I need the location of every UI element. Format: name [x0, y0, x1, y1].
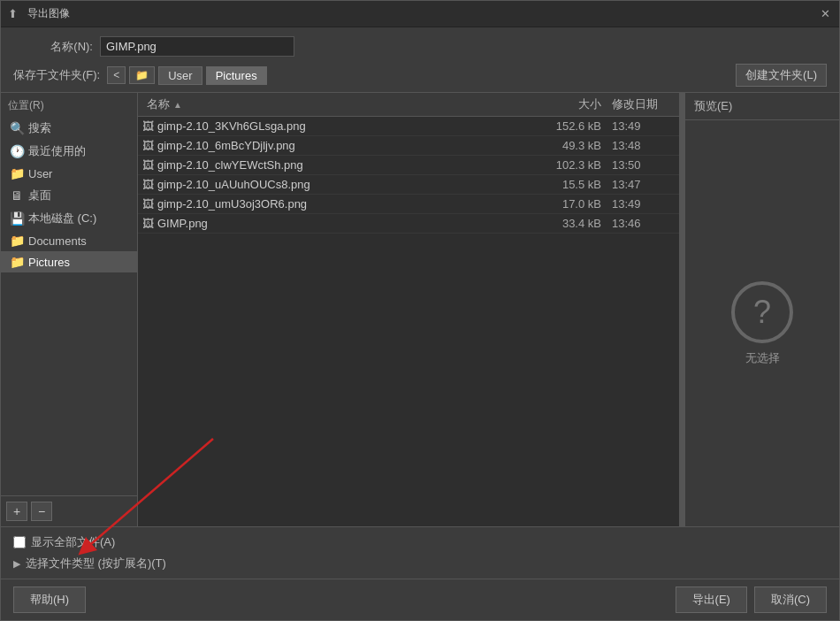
preview-content: ? 无选择 — [685, 120, 839, 526]
file-icon: 🖼 — [138, 178, 157, 191]
filename-row: 名称(N): — [13, 36, 827, 57]
breadcrumb-back-button[interactable]: < — [107, 66, 126, 84]
right-button-group: 导出(E) 取消(C) — [676, 586, 827, 613]
sidebar-header: 位置(R) — [1, 93, 137, 117]
close-button[interactable]: ✕ — [818, 7, 832, 21]
file-icon: 🖼 — [138, 197, 157, 211]
file-name: gimp-2.10_uAUuhOUCs8.png — [157, 178, 529, 191]
breadcrumb-folder-icon: 📁 — [129, 66, 155, 84]
top-section: 名称(N): 保存于文件夹(F): < 📁 User Pictures 创建文件… — [1, 27, 839, 92]
recent-icon: 🕐 — [10, 144, 24, 158]
sidebar-actions: + − — [1, 495, 137, 526]
file-icon: 🖼 — [138, 139, 157, 152]
sidebar-label-recent: 最近使用的 — [28, 143, 86, 159]
sidebar-item-search[interactable]: 🔍 搜索 — [1, 117, 137, 140]
column-name-header[interactable]: 名称 ▲ — [138, 96, 529, 112]
file-size: 33.4 kB — [529, 217, 608, 230]
file-date: 13:50 — [608, 158, 679, 172]
show-all-files-row[interactable]: 显示全部文件(A) — [13, 534, 827, 550]
pictures-icon: 📁 — [10, 255, 24, 269]
main-area: 位置(R) 🔍 搜索 🕐 最近使用的 📁 User 🖥 桌面 💾 本地磁盘 (C… — [1, 92, 839, 526]
file-type-row[interactable]: ▶ 选择文件类型 (按扩展名)(T) — [13, 556, 827, 571]
window-icon: ⬆ — [8, 7, 22, 21]
breadcrumb-pictures[interactable]: Pictures — [206, 66, 267, 85]
column-date-header[interactable]: 修改日期 — [608, 96, 679, 112]
breadcrumb: < 📁 User Pictures — [107, 66, 266, 85]
sidebar-label-documents: Documents — [28, 234, 87, 248]
window-title: 导出图像 — [27, 6, 818, 21]
table-row[interactable]: 🖼 gimp-2.10_umU3oj3OR6.png 17.0 kB 13:49 — [138, 195, 679, 214]
table-row[interactable]: 🖼 gimp-2.10_uAUuhOUCs8.png 15.5 kB 13:47 — [138, 175, 679, 195]
file-name: gimp-2.10_umU3oj3OR6.png — [157, 197, 529, 211]
file-icon: 🖼 — [138, 119, 157, 133]
preview-label: 无选择 — [745, 350, 780, 366]
file-date: 13:46 — [608, 217, 679, 230]
export-button[interactable]: 导出(E) — [676, 586, 747, 613]
file-icon: 🖼 — [138, 217, 157, 230]
add-bookmark-button[interactable]: + — [6, 502, 27, 521]
file-name: gimp-2.10_3KVh6GLsga.png — [157, 119, 529, 133]
create-folder-button[interactable]: 创建文件夹(L) — [736, 64, 827, 87]
file-date: 13:48 — [608, 139, 679, 152]
table-row[interactable]: 🖼 gimp-2.10_6mBcYDjljv.png 49.3 kB 13:48 — [138, 136, 679, 156]
file-name: gimp-2.10_clwYEWctSh.png — [157, 158, 529, 172]
file-size: 17.0 kB — [529, 197, 608, 211]
sidebar-label-search: 搜索 — [28, 120, 51, 136]
sidebar-item-recent[interactable]: 🕐 最近使用的 — [1, 140, 137, 163]
titlebar: ⬆ 导出图像 ✕ — [1, 1, 839, 27]
show-all-files-checkbox[interactable] — [13, 536, 26, 548]
save-folder-row: 保存于文件夹(F): < 📁 User Pictures 创建文件夹(L) — [13, 64, 827, 87]
preview-placeholder-icon: ? — [731, 281, 793, 343]
save-folder-label: 保存于文件夹(F): — [13, 67, 100, 83]
bottom-section: 显示全部文件(A) ▶ 选择文件类型 (按扩展名)(T) 帮助(H) 导出(E) — [1, 526, 839, 620]
bottom-options: 显示全部文件(A) ▶ 选择文件类型 (按扩展名)(T) — [1, 527, 839, 579]
sidebar-item-documents[interactable]: 📁 Documents — [1, 230, 137, 251]
sidebar-label-localdisk: 本地磁盘 (C:) — [28, 211, 96, 226]
desktop-icon: 🖥 — [10, 188, 24, 203]
sidebar-label-user: User — [28, 167, 52, 180]
file-date: 13:49 — [608, 197, 679, 211]
sidebar-item-localdisk[interactable]: 💾 本地磁盘 (C:) — [1, 207, 137, 230]
sidebar-item-desktop[interactable]: 🖥 桌面 — [1, 184, 137, 207]
file-name: gimp-2.10_6mBcYDjljv.png — [157, 139, 529, 152]
chevron-left-icon: < — [113, 69, 119, 81]
file-icon: 🖼 — [138, 158, 157, 172]
file-list-header: 名称 ▲ 大小 修改日期 — [138, 93, 679, 117]
search-icon: 🔍 — [10, 121, 24, 135]
preview-panel: 预览(E) ? 无选择 — [684, 93, 839, 526]
cancel-button[interactable]: 取消(C) — [754, 586, 827, 613]
file-size: 15.5 kB — [529, 178, 608, 191]
filename-input[interactable] — [100, 36, 294, 57]
sidebar-label-desktop: 桌面 — [28, 188, 51, 203]
file-name: GIMP.png — [157, 217, 529, 230]
remove-bookmark-button[interactable]: − — [31, 502, 52, 521]
file-list-body: 🖼 gimp-2.10_3KVh6GLsga.png 152.6 kB 13:4… — [138, 117, 679, 526]
window: ⬆ 导出图像 ✕ 名称(N): 保存于文件夹(F): < 📁 User Pict… — [0, 0, 840, 621]
documents-icon: 📁 — [10, 234, 24, 248]
file-date: 13:49 — [608, 119, 679, 133]
show-all-files-label: 显示全部文件(A) — [31, 534, 115, 550]
sidebar: 位置(R) 🔍 搜索 🕐 最近使用的 📁 User 🖥 桌面 💾 本地磁盘 (C… — [1, 93, 138, 526]
sort-icon: ▲ — [173, 100, 182, 110]
file-size: 152.6 kB — [529, 119, 608, 133]
expand-icon: ▶ — [13, 558, 20, 570]
sidebar-label-pictures: Pictures — [28, 256, 70, 269]
help-button[interactable]: 帮助(H) — [13, 586, 86, 613]
file-size: 102.3 kB — [529, 158, 608, 172]
file-date: 13:47 — [608, 178, 679, 191]
bottom-buttons: 帮助(H) 导出(E) 取消(C) — [1, 579, 839, 620]
table-row[interactable]: 🖼 gimp-2.10_3KVh6GLsga.png 152.6 kB 13:4… — [138, 117, 679, 136]
column-size-header[interactable]: 大小 — [529, 96, 608, 112]
file-type-label: 选择文件类型 (按扩展名)(T) — [26, 556, 166, 571]
preview-header: 预览(E) — [685, 93, 839, 120]
sidebar-item-pictures[interactable]: 📁 Pictures — [1, 251, 137, 272]
file-size: 49.3 kB — [529, 139, 608, 152]
filename-label: 名称(N): — [13, 39, 93, 55]
table-row[interactable]: 🖼 GIMP.png 33.4 kB 13:46 — [138, 214, 679, 234]
file-list-area: 名称 ▲ 大小 修改日期 🖼 gimp-2.10_3KVh6GLsga.png … — [138, 93, 679, 526]
sidebar-item-user[interactable]: 📁 User — [1, 163, 137, 184]
breadcrumb-user[interactable]: User — [158, 66, 202, 85]
table-row[interactable]: 🖼 gimp-2.10_clwYEWctSh.png 102.3 kB 13:5… — [138, 156, 679, 175]
disk-icon: 💾 — [10, 211, 24, 226]
user-folder-icon: 📁 — [10, 166, 24, 180]
